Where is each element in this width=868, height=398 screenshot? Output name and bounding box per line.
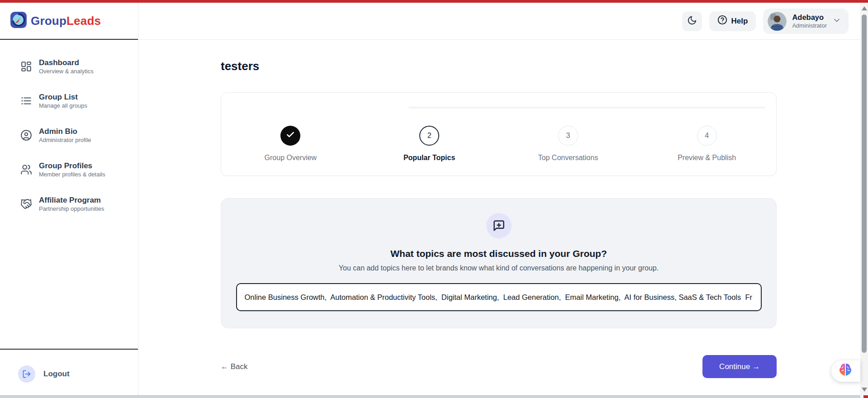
step-label: Popular Topics [403, 154, 455, 162]
sidebar: GroupLeads Dashboard Overview & analytic… [0, 3, 138, 398]
scrollbar-up-arrow[interactable] [862, 6, 867, 10]
step-number: 2 [419, 126, 439, 146]
logout-label: Logout [43, 370, 70, 379]
sidebar-item-group-list[interactable]: Group List Manage all groups [0, 84, 138, 118]
sidebar-item-label: Admin Bio [39, 127, 91, 137]
user-name: Adebayo [792, 13, 827, 22]
handshake-icon [20, 198, 32, 210]
top-header: Help Adebayo Administrator [138, 3, 860, 40]
help-button[interactable]: Help [709, 11, 756, 31]
sidebar-item-label: Dashboard [39, 58, 94, 68]
step-popular-topics[interactable]: 2 Popular Topics [360, 126, 499, 162]
logout-section: Logout [0, 349, 138, 398]
browser-top-strip [0, 0, 868, 3]
stepper-card: Group Overview 2 Popular Topics 3 Top Co… [221, 92, 777, 176]
step-circle-completed [280, 126, 300, 146]
back-button[interactable]: ← Back [221, 362, 248, 371]
users-icon [20, 164, 32, 175]
topics-card: What topics are most discussed in your G… [221, 198, 777, 328]
step-group-overview[interactable]: Group Overview [221, 126, 360, 162]
step-number: 4 [697, 126, 717, 146]
list-icon [20, 95, 32, 107]
brand-logo-icon [10, 11, 27, 30]
step-preview-publish[interactable]: 4 Preview & Publish [637, 126, 776, 162]
bottom-edge-strip [0, 395, 860, 398]
help-label: Help [731, 17, 748, 26]
page-title: testers [221, 58, 777, 74]
sidebar-item-label: Group Profiles [39, 161, 105, 171]
step-label: Top Conversations [538, 154, 598, 162]
scrollbar-down-arrow[interactable] [862, 388, 867, 392]
sidebar-item-sublabel: Overview & analytics [39, 68, 94, 76]
avatar [768, 12, 787, 31]
continue-button[interactable]: Continue → [702, 355, 777, 378]
sidebar-item-label: Affiliate Program [39, 195, 104, 205]
sidebar-item-label: Group List [39, 92, 87, 102]
scrollbar-track[interactable] [860, 3, 868, 398]
check-icon [286, 130, 295, 141]
step-label: Group Overview [265, 154, 317, 162]
user-role: Administrator [792, 22, 827, 29]
scrollbar-thumb[interactable] [862, 14, 867, 353]
step-top-conversations[interactable]: 3 Top Conversations [499, 126, 638, 162]
main-content: testers Group Overview [138, 40, 860, 398]
wizard-footer: ← Back Continue → [221, 355, 777, 378]
sidebar-item-dashboard[interactable]: Dashboard Overview & analytics [0, 49, 138, 84]
sidebar-item-sublabel: Member profiles & details [39, 171, 105, 179]
topics-heading: What topics are most discussed in your G… [390, 248, 607, 259]
app-window: GroupLeads Dashboard Overview & analytic… [0, 0, 868, 398]
brand-name: GroupLeads [31, 14, 101, 28]
bottom-corner-mark [863, 395, 868, 398]
sidebar-item-group-profiles[interactable]: Group Profiles Member profiles & details [0, 152, 138, 187]
step-label: Preview & Publish [678, 154, 736, 162]
topics-description: You can add topics here to let brands kn… [339, 264, 659, 272]
sidebar-nav: Dashboard Overview & analytics Group Lis… [0, 40, 138, 221]
step-number: 3 [558, 126, 578, 146]
extension-widget[interactable] [831, 360, 860, 382]
moon-icon [687, 15, 697, 27]
help-icon [717, 15, 727, 27]
topics-input[interactable] [236, 283, 762, 311]
brand-logo[interactable]: GroupLeads [0, 3, 138, 40]
logout-button[interactable]: Logout [18, 365, 70, 383]
user-circle-icon [20, 129, 32, 141]
brain-icon [837, 363, 854, 380]
sidebar-item-sublabel: Partnership opportunities [39, 205, 104, 213]
sidebar-item-affiliate-program[interactable]: Affiliate Program Partnership opportunit… [0, 187, 138, 221]
sidebar-item-admin-bio[interactable]: Admin Bio Administrator profile [0, 118, 138, 152]
dark-mode-toggle[interactable] [682, 11, 702, 31]
message-plus-icon [486, 213, 512, 238]
sidebar-item-sublabel: Manage all groups [39, 102, 87, 110]
chevron-down-icon [832, 16, 841, 27]
user-menu[interactable]: Adebayo Administrator [763, 9, 849, 34]
logout-icon [18, 365, 35, 383]
sidebar-item-sublabel: Administrator profile [39, 137, 91, 144]
dashboard-grid-icon [20, 61, 32, 72]
stepper: Group Overview 2 Popular Topics 3 Top Co… [221, 126, 776, 162]
stepper-connector-line [408, 107, 765, 109]
